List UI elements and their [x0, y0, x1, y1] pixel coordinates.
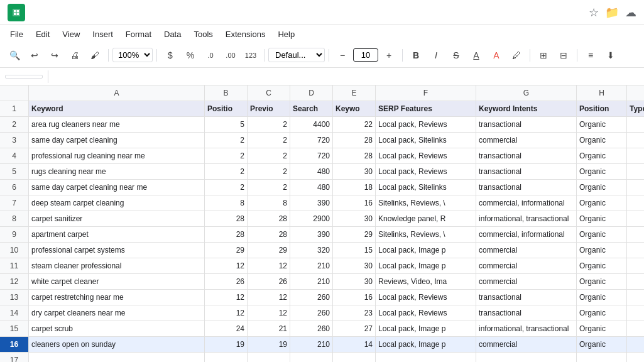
borders-button[interactable]: ⊞ — [534, 47, 553, 64]
cell-f1[interactable]: SERP Features — [376, 101, 476, 116]
cell-d13[interactable]: 260 — [290, 290, 333, 305]
cell-c10[interactable]: 29 — [248, 243, 290, 258]
table-row[interactable]: 14dry carpet cleaners near me121226023Lo… — [0, 305, 644, 321]
cell-e11[interactable]: 30 — [333, 258, 376, 273]
cell-c2[interactable]: 2 — [248, 117, 290, 132]
cell-e9[interactable]: 29 — [333, 227, 376, 242]
row-number[interactable]: 14 — [0, 305, 29, 321]
cell-h4[interactable]: Organic — [577, 148, 627, 163]
table-row[interactable]: 3same day carpet cleaning2272028Local pa… — [0, 133, 644, 148]
cell-b14[interactable]: 12 — [205, 305, 248, 321]
cell-b5[interactable]: 2 — [205, 164, 248, 179]
cell-f11[interactable]: Local pack, Image p — [376, 258, 476, 273]
cell-e3[interactable]: 28 — [333, 133, 376, 148]
cell-a14[interactable]: dry carpet cleaners near me — [29, 305, 205, 321]
cell-c16[interactable]: 19 — [248, 337, 290, 352]
cell-e5[interactable]: 30 — [333, 164, 376, 179]
valign-button[interactable]: ⬇ — [601, 47, 620, 64]
cell-f4[interactable]: Local pack, Reviews — [376, 148, 476, 163]
cell-i1[interactable]: Type — [627, 101, 644, 116]
cell-e1[interactable]: Keywo — [333, 101, 376, 116]
cell-f3[interactable]: Local pack, Sitelinks — [376, 133, 476, 148]
cell-a2[interactable]: area rug cleaners near me — [29, 117, 205, 132]
cell-h12[interactable]: Organic — [577, 274, 627, 289]
cell-i6[interactable] — [627, 180, 644, 195]
print-button[interactable]: 🖨 — [65, 47, 84, 64]
cell-c15[interactable]: 21 — [248, 321, 290, 336]
col-header-g[interactable]: G — [476, 85, 577, 101]
cell-f13[interactable]: Local pack, Reviews — [376, 290, 476, 305]
table-row[interactable]: 2area rug cleaners near me52440022Local … — [0, 117, 644, 133]
cell-a4[interactable]: professional rug cleaning near me — [29, 148, 205, 163]
menu-view[interactable]: View — [57, 28, 85, 40]
cell-c12[interactable]: 26 — [248, 274, 290, 289]
cell-d11[interactable]: 210 — [290, 258, 333, 273]
cell-c17[interactable] — [248, 353, 290, 362]
col-header-i[interactable]: I — [627, 85, 644, 101]
cell-i4[interactable] — [627, 148, 644, 163]
italic-button[interactable]: I — [427, 47, 445, 64]
undo-button[interactable]: ↩ — [25, 47, 44, 64]
cell-a6[interactable]: same day carpet cleaning near me — [29, 180, 205, 195]
cell-d10[interactable]: 320 — [290, 243, 333, 258]
menu-extensions[interactable]: Extensions — [221, 28, 271, 40]
cell-d15[interactable]: 260 — [290, 321, 333, 336]
cell-g7[interactable]: commercial, informational — [476, 195, 577, 211]
row-number[interactable]: 10 — [0, 243, 29, 258]
cell-b11[interactable]: 12 — [205, 258, 248, 273]
table-row[interactable]: 8carpet sanitizer2828290030Knowledge pan… — [0, 211, 644, 227]
cell-c6[interactable]: 2 — [248, 180, 290, 195]
cell-g4[interactable]: transactional — [476, 148, 577, 163]
font-size-decrease-button[interactable]: − — [333, 47, 352, 64]
cell-h9[interactable]: Organic — [577, 227, 627, 242]
row-number[interactable]: 3 — [0, 133, 29, 148]
cell-a1[interactable]: Keyword — [29, 101, 205, 116]
cell-a9[interactable]: apartment carpet — [29, 227, 205, 242]
strikethrough-button[interactable]: S — [447, 47, 466, 64]
row-number[interactable]: 1 — [0, 101, 29, 116]
col-header-b[interactable]: B — [205, 85, 248, 101]
cell-i11[interactable] — [627, 258, 644, 273]
cell-g15[interactable]: informational, transactional — [476, 321, 577, 336]
cell-i7[interactable] — [627, 195, 644, 211]
row-number[interactable]: 17 — [0, 353, 29, 362]
menu-help[interactable]: Help — [273, 28, 300, 40]
paint-format-button[interactable]: 🖌 — [85, 47, 104, 64]
cell-d5[interactable]: 480 — [290, 164, 333, 179]
cell-a10[interactable]: professional carpet systems — [29, 243, 205, 258]
table-row[interactable]: 13carpet restretching near me121226016Lo… — [0, 290, 644, 305]
cell-i8[interactable] — [627, 211, 644, 226]
cell-e12[interactable]: 30 — [333, 274, 376, 289]
table-row[interactable]: 12white carpet cleaner262621030Reviews, … — [0, 274, 644, 290]
cell-d17[interactable] — [290, 353, 333, 362]
table-row[interactable]: 15carpet scrub242126027Local pack, Image… — [0, 321, 644, 337]
cell-b3[interactable]: 2 — [205, 133, 248, 148]
more-formats-button[interactable]: 123 — [241, 47, 260, 64]
cell-b6[interactable]: 2 — [205, 180, 248, 195]
row-number[interactable]: 5 — [0, 164, 29, 179]
cell-e2[interactable]: 22 — [333, 117, 376, 132]
cell-d3[interactable]: 720 — [290, 133, 333, 148]
cell-d9[interactable]: 390 — [290, 227, 333, 242]
menu-insert[interactable]: Insert — [87, 28, 118, 40]
cell-g16[interactable]: commercial — [476, 337, 577, 352]
table-row[interactable]: 17 — [0, 353, 644, 362]
cell-g5[interactable]: transactional — [476, 164, 577, 179]
cell-h7[interactable]: Organic — [577, 195, 627, 211]
col-header-h[interactable]: H — [577, 85, 627, 101]
cell-f10[interactable]: Local pack, Image p — [376, 243, 476, 258]
cell-f14[interactable]: Local pack, Reviews — [376, 305, 476, 321]
cell-f7[interactable]: Sitelinks, Reviews, \ — [376, 195, 476, 211]
percent-button[interactable]: % — [181, 47, 200, 64]
cell-f9[interactable]: Sitelinks, Reviews, \ — [376, 227, 476, 242]
cell-c13[interactable]: 12 — [248, 290, 290, 305]
cell-g2[interactable]: transactional — [476, 117, 577, 132]
cell-e16[interactable]: 14 — [333, 337, 376, 352]
row-number[interactable]: 8 — [0, 211, 29, 226]
cell-d6[interactable]: 480 — [290, 180, 333, 195]
cloud-icon[interactable]: ☁ — [625, 6, 636, 19]
table-row[interactable]: 7deep steam carpet cleaning8839016Siteli… — [0, 195, 644, 211]
decimal-increase-button[interactable]: .00 — [221, 47, 240, 64]
cell-c7[interactable]: 8 — [248, 195, 290, 211]
cell-f5[interactable]: Local pack, Reviews — [376, 164, 476, 179]
